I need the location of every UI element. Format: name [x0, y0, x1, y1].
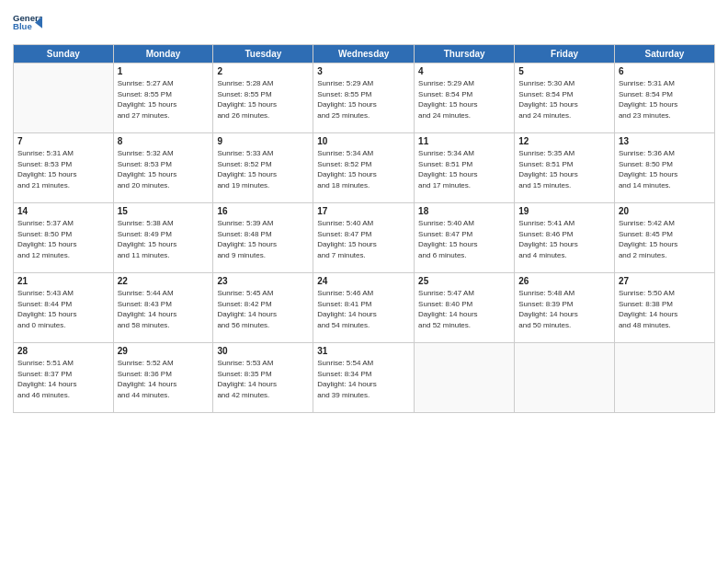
calendar-cell: 11Sunrise: 5:34 AMSunset: 8:51 PMDayligh…: [415, 133, 515, 203]
day-number: 7: [17, 136, 109, 146]
calendar-cell: 9Sunrise: 5:33 AMSunset: 8:52 PMDaylight…: [213, 133, 313, 203]
day-info: Sunrise: 5:53 AMSunset: 8:35 PMDaylight:…: [217, 358, 309, 400]
calendar-cell: 5Sunrise: 5:30 AMSunset: 8:54 PMDaylight…: [515, 63, 615, 133]
calendar-cell: 7Sunrise: 5:31 AMSunset: 8:53 PMDaylight…: [14, 133, 114, 203]
day-number: 6: [619, 66, 711, 76]
header: General Blue: [13, 9, 715, 39]
calendar-cell: 2Sunrise: 5:28 AMSunset: 8:55 PMDaylight…: [213, 63, 313, 133]
day-number: 21: [17, 276, 109, 286]
calendar-cell: 6Sunrise: 5:31 AMSunset: 8:54 PMDaylight…: [614, 63, 714, 133]
day-number: 1: [118, 66, 210, 76]
column-header-sunday: Sunday: [14, 45, 114, 63]
day-number: 15: [118, 206, 210, 216]
day-info: Sunrise: 5:32 AMSunset: 8:53 PMDaylight:…: [118, 148, 210, 190]
calendar-cell: 22Sunrise: 5:44 AMSunset: 8:43 PMDayligh…: [113, 273, 213, 343]
week-row-3: 14Sunrise: 5:37 AMSunset: 8:50 PMDayligh…: [14, 203, 715, 273]
week-row-4: 21Sunrise: 5:43 AMSunset: 8:44 PMDayligh…: [14, 273, 715, 343]
day-info: Sunrise: 5:40 AMSunset: 8:47 PMDaylight:…: [317, 218, 410, 260]
day-info: Sunrise: 5:31 AMSunset: 8:54 PMDaylight:…: [619, 78, 711, 121]
column-header-friday: Friday: [515, 45, 615, 63]
day-number: 20: [619, 206, 711, 216]
day-number: 13: [619, 136, 711, 146]
calendar-cell: 15Sunrise: 5:38 AMSunset: 8:49 PMDayligh…: [113, 203, 213, 273]
calendar-table: SundayMondayTuesdayWednesdayThursdayFrid…: [13, 44, 715, 413]
day-number: 22: [118, 276, 210, 286]
calendar-cell: 18Sunrise: 5:40 AMSunset: 8:47 PMDayligh…: [415, 203, 515, 273]
day-info: Sunrise: 5:29 AMSunset: 8:55 PMDaylight:…: [317, 78, 410, 121]
day-number: 23: [217, 276, 309, 286]
calendar-cell: 16Sunrise: 5:39 AMSunset: 8:48 PMDayligh…: [213, 203, 313, 273]
day-number: 18: [418, 206, 510, 216]
day-info: Sunrise: 5:31 AMSunset: 8:53 PMDaylight:…: [17, 148, 109, 190]
logo: General Blue: [13, 9, 42, 39]
day-number: 28: [17, 346, 109, 356]
column-header-monday: Monday: [113, 45, 213, 63]
day-number: 16: [217, 206, 309, 216]
day-info: Sunrise: 5:34 AMSunset: 8:51 PMDaylight:…: [418, 148, 510, 190]
day-info: Sunrise: 5:47 AMSunset: 8:40 PMDaylight:…: [418, 288, 510, 330]
day-info: Sunrise: 5:33 AMSunset: 8:52 PMDaylight:…: [217, 148, 309, 190]
day-number: 4: [418, 66, 510, 76]
week-row-2: 7Sunrise: 5:31 AMSunset: 8:53 PMDaylight…: [14, 133, 715, 203]
calendar-cell: 13Sunrise: 5:36 AMSunset: 8:50 PMDayligh…: [614, 133, 714, 203]
calendar-cell: 12Sunrise: 5:35 AMSunset: 8:51 PMDayligh…: [515, 133, 615, 203]
day-number: 3: [317, 66, 410, 76]
day-info: Sunrise: 5:52 AMSunset: 8:36 PMDaylight:…: [118, 358, 210, 400]
day-info: Sunrise: 5:34 AMSunset: 8:52 PMDaylight:…: [317, 148, 410, 190]
day-info: Sunrise: 5:41 AMSunset: 8:46 PMDaylight:…: [518, 218, 610, 260]
day-info: Sunrise: 5:51 AMSunset: 8:37 PMDaylight:…: [17, 358, 109, 400]
day-number: 30: [217, 346, 309, 356]
day-info: Sunrise: 5:35 AMSunset: 8:51 PMDaylight:…: [518, 148, 610, 190]
calendar-cell: 29Sunrise: 5:52 AMSunset: 8:36 PMDayligh…: [113, 343, 213, 413]
day-number: 29: [118, 346, 210, 356]
calendar-page: General Blue SundayMondayTuesdayWednesda…: [0, 0, 728, 563]
calendar-cell: [515, 343, 615, 413]
day-number: 10: [317, 136, 410, 146]
calendar-cell: 31Sunrise: 5:54 AMSunset: 8:34 PMDayligh…: [313, 343, 415, 413]
calendar-cell: 26Sunrise: 5:48 AMSunset: 8:39 PMDayligh…: [515, 273, 615, 343]
calendar-cell: 24Sunrise: 5:46 AMSunset: 8:41 PMDayligh…: [313, 273, 415, 343]
week-row-1: 1Sunrise: 5:27 AMSunset: 8:55 PMDaylight…: [14, 63, 715, 133]
day-number: 31: [317, 346, 410, 356]
calendar-cell: 14Sunrise: 5:37 AMSunset: 8:50 PMDayligh…: [14, 203, 114, 273]
day-info: Sunrise: 5:30 AMSunset: 8:54 PMDaylight:…: [518, 78, 610, 121]
day-number: 2: [217, 66, 309, 76]
calendar-cell: [14, 63, 114, 133]
calendar-cell: 3Sunrise: 5:29 AMSunset: 8:55 PMDaylight…: [313, 63, 415, 133]
day-number: 8: [118, 136, 210, 146]
day-number: 26: [518, 276, 610, 286]
day-number: 11: [418, 136, 510, 146]
day-info: Sunrise: 5:37 AMSunset: 8:50 PMDaylight:…: [17, 218, 109, 260]
day-info: Sunrise: 5:43 AMSunset: 8:44 PMDaylight:…: [17, 288, 109, 330]
day-info: Sunrise: 5:39 AMSunset: 8:48 PMDaylight:…: [217, 218, 309, 260]
day-info: Sunrise: 5:48 AMSunset: 8:39 PMDaylight:…: [518, 288, 610, 330]
day-info: Sunrise: 5:40 AMSunset: 8:47 PMDaylight:…: [418, 218, 510, 260]
calendar-cell: 19Sunrise: 5:41 AMSunset: 8:46 PMDayligh…: [515, 203, 615, 273]
column-header-wednesday: Wednesday: [313, 45, 415, 63]
day-number: 17: [317, 206, 410, 216]
svg-text:Blue: Blue: [13, 21, 32, 31]
week-row-5: 28Sunrise: 5:51 AMSunset: 8:37 PMDayligh…: [14, 343, 715, 413]
calendar-cell: [415, 343, 515, 413]
calendar-cell: 27Sunrise: 5:50 AMSunset: 8:38 PMDayligh…: [614, 273, 714, 343]
day-number: 19: [518, 206, 610, 216]
calendar-cell: 25Sunrise: 5:47 AMSunset: 8:40 PMDayligh…: [415, 273, 515, 343]
calendar-cell: 20Sunrise: 5:42 AMSunset: 8:45 PMDayligh…: [614, 203, 714, 273]
day-info: Sunrise: 5:27 AMSunset: 8:55 PMDaylight:…: [118, 78, 210, 121]
day-info: Sunrise: 5:44 AMSunset: 8:43 PMDaylight:…: [118, 288, 210, 330]
calendar-cell: 17Sunrise: 5:40 AMSunset: 8:47 PMDayligh…: [313, 203, 415, 273]
logo-icon: General Blue: [13, 9, 42, 39]
header-row: SundayMondayTuesdayWednesdayThursdayFrid…: [14, 45, 715, 63]
day-number: 24: [317, 276, 410, 286]
day-info: Sunrise: 5:45 AMSunset: 8:42 PMDaylight:…: [217, 288, 309, 330]
calendar-cell: 28Sunrise: 5:51 AMSunset: 8:37 PMDayligh…: [14, 343, 114, 413]
day-number: 12: [518, 136, 610, 146]
day-number: 9: [217, 136, 309, 146]
column-header-thursday: Thursday: [415, 45, 515, 63]
calendar-cell: 21Sunrise: 5:43 AMSunset: 8:44 PMDayligh…: [14, 273, 114, 343]
day-info: Sunrise: 5:54 AMSunset: 8:34 PMDaylight:…: [317, 358, 410, 400]
calendar-cell: [614, 343, 714, 413]
column-header-saturday: Saturday: [614, 45, 714, 63]
calendar-cell: 4Sunrise: 5:29 AMSunset: 8:54 PMDaylight…: [415, 63, 515, 133]
day-number: 25: [418, 276, 510, 286]
